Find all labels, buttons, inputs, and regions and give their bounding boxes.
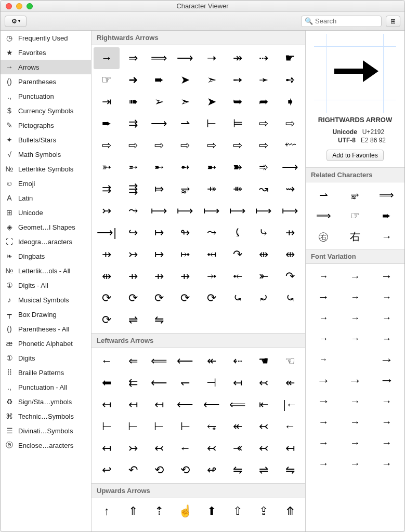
- character-cell[interactable]: ⟳: [146, 287, 172, 309]
- character-cell[interactable]: ↞: [277, 372, 303, 394]
- font-variation-cell[interactable]: →: [308, 308, 339, 328]
- font-variation-cell[interactable]: →: [371, 411, 402, 432]
- sidebar-item[interactable]: .,Punctuation: [1, 89, 91, 103]
- font-variation-cell[interactable]: →: [339, 287, 371, 308]
- character-cell[interactable]: ↤: [225, 372, 251, 394]
- sidebar-item[interactable]: ♪Musical Symbols: [1, 292, 91, 307]
- related-character-cell[interactable]: ➨: [371, 205, 402, 226]
- character-cell[interactable]: ↢: [251, 437, 277, 459]
- sidebar-item[interactable]: √Math Symbols: [1, 147, 91, 162]
- character-cell[interactable]: ⇸: [120, 265, 146, 287]
- character-cell[interactable]: ⤿: [225, 287, 251, 309]
- character-cell[interactable]: ☛: [277, 47, 303, 69]
- character-cell[interactable]: ⟸: [146, 350, 172, 372]
- character-cell[interactable]: ⟹: [146, 47, 172, 69]
- character-cell[interactable]: ⟼: [251, 200, 277, 222]
- font-variation-cell[interactable]: →: [339, 453, 371, 474]
- character-cell[interactable]: ⇉: [120, 113, 146, 135]
- character-cell[interactable]: ⟲: [146, 459, 172, 481]
- close-button[interactable]: [6, 3, 12, 9]
- character-cell[interactable]: ↤: [146, 394, 172, 416]
- search-input[interactable]: [315, 17, 378, 25]
- character-cell[interactable]: ⤀: [199, 178, 225, 200]
- character-cell[interactable]: ⤳: [120, 200, 146, 222]
- sidebar-item[interactable]: æPhonetic Alphabet: [1, 336, 91, 351]
- character-cell[interactable]: ⥆: [199, 416, 225, 437]
- character-cell[interactable]: ↤: [120, 394, 146, 416]
- character-cell[interactable]: ⟵: [172, 394, 198, 416]
- character-cell[interactable]: ⤹: [225, 222, 251, 244]
- character-cell[interactable]: ➙: [225, 69, 251, 91]
- character-cell[interactable]: ⊢: [94, 416, 120, 437]
- add-to-favorites-button[interactable]: Add to Favorites: [326, 150, 383, 161]
- font-variation-cell[interactable]: →: [339, 370, 371, 391]
- character-cell[interactable]: ⤊: [277, 500, 303, 522]
- font-variation-cell[interactable]: →: [308, 287, 339, 308]
- character-cell[interactable]: ⇪: [251, 500, 277, 522]
- character-cell[interactable]: ↽: [172, 372, 198, 394]
- character-cell[interactable]: ↞: [199, 350, 225, 372]
- character-cell[interactable]: ➽: [225, 156, 251, 178]
- sidebar-item[interactable]: ①Digits: [1, 351, 91, 365]
- character-cell[interactable]: ⤿: [277, 287, 303, 309]
- character-cell[interactable]: ➳: [94, 156, 120, 178]
- character-cell[interactable]: ⟵: [146, 372, 172, 394]
- character-cell[interactable]: ↦: [146, 222, 172, 244]
- character-cell[interactable]: ⇝: [277, 178, 303, 200]
- character-cell[interactable]: ⊢: [120, 416, 146, 437]
- character-cell[interactable]: ➻: [172, 156, 198, 178]
- minimize-button[interactable]: [16, 3, 22, 9]
- related-character-cell[interactable]: 右: [339, 226, 371, 247]
- sidebar-item[interactable]: ⓐEnclose…aracters: [1, 438, 91, 453]
- character-cell[interactable]: ⇨: [172, 135, 198, 156]
- character-cell[interactable]: ↞: [225, 416, 251, 437]
- character-cell[interactable]: ⬆: [199, 500, 225, 522]
- font-variation-cell[interactable]: →: [339, 391, 371, 411]
- character-cell[interactable]: ⇸: [94, 244, 120, 265]
- character-cell[interactable]: ⇉: [94, 178, 120, 200]
- character-cell[interactable]: ➤: [172, 69, 198, 91]
- character-cell[interactable]: ←: [277, 416, 303, 437]
- character-cell[interactable]: ➛: [251, 69, 277, 91]
- character-cell[interactable]: ↣: [120, 437, 146, 459]
- sidebar-item[interactable]: ✎Pictographs: [1, 118, 91, 132]
- character-cell[interactable]: ⟼: [225, 200, 251, 222]
- character-cell[interactable]: ➣: [199, 69, 225, 91]
- character-cell[interactable]: ⤁: [225, 178, 251, 200]
- character-cell[interactable]: ↤: [94, 437, 120, 459]
- font-variation-cell[interactable]: →: [339, 328, 371, 349]
- character-cell[interactable]: ⇌: [251, 459, 277, 481]
- character-cell[interactable]: ↢: [199, 437, 225, 459]
- character-cell[interactable]: ⤇: [146, 178, 172, 200]
- font-variation-cell[interactable]: →: [371, 287, 402, 308]
- character-cell[interactable]: ⟼: [199, 200, 225, 222]
- character-cell[interactable]: ⊨: [225, 113, 251, 135]
- character-cell[interactable]: ⇌: [120, 309, 146, 331]
- character-cell[interactable]: ⇸: [146, 265, 172, 287]
- sidebar-item[interactable]: ☰Divinati…Symbols: [1, 423, 91, 438]
- character-cell[interactable]: ➺: [277, 69, 303, 91]
- settings-menu-button[interactable]: ⚙ ▾: [5, 16, 27, 27]
- character-cell[interactable]: ⟵: [172, 350, 198, 372]
- sidebar-item[interactable]: ⊞Unicode: [1, 205, 91, 220]
- character-cell[interactable]: ↷: [225, 244, 251, 265]
- font-variation-cell[interactable]: →: [339, 266, 371, 287]
- sidebar-item[interactable]: ☺Emoji: [1, 176, 91, 191]
- character-cell[interactable]: ↢: [146, 437, 172, 459]
- related-character-cell[interactable]: ⟹: [308, 205, 339, 226]
- character-cell[interactable]: ⇇: [120, 372, 146, 394]
- character-cell[interactable]: ⇐: [120, 350, 146, 372]
- character-cell[interactable]: ⇠: [225, 350, 251, 372]
- character-cell[interactable]: ➧: [277, 91, 303, 113]
- font-variation-cell[interactable]: →: [308, 411, 339, 432]
- character-cell[interactable]: ⤛: [225, 437, 251, 459]
- font-variation-cell[interactable]: →: [308, 349, 339, 370]
- character-cell[interactable]: ↝: [251, 178, 277, 200]
- character-cell[interactable]: ⇨: [199, 135, 225, 156]
- zoom-button[interactable]: [27, 3, 33, 9]
- character-cell[interactable]: ⊢: [146, 416, 172, 437]
- character-cell[interactable]: ⇨: [225, 135, 251, 156]
- grid-view-button[interactable]: ⊞: [386, 16, 400, 27]
- font-variation-cell[interactable]: →: [371, 391, 402, 411]
- character-cell[interactable]: ⟳: [199, 287, 225, 309]
